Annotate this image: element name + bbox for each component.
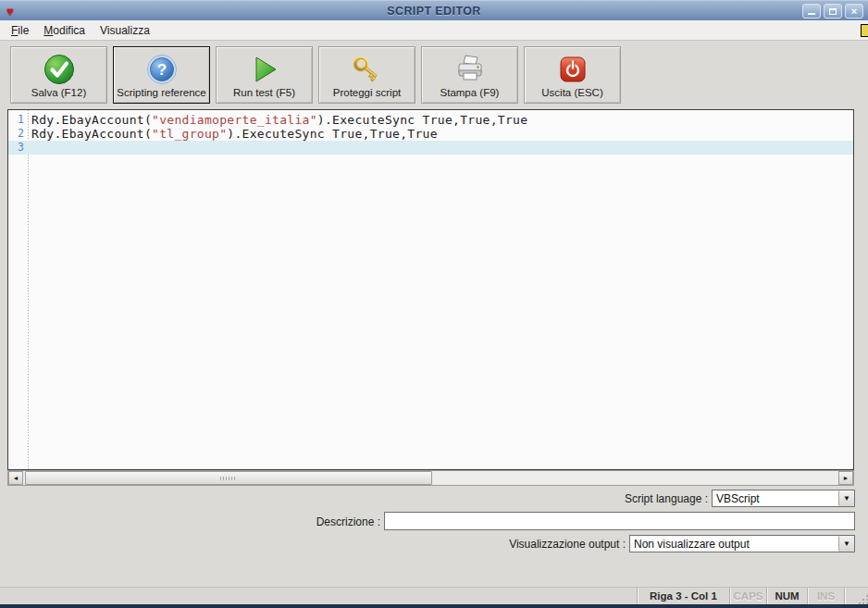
menu-modifica[interactable]: Modifica (36, 22, 93, 39)
titlebar[interactable]: ♥ SCRIPT EDITOR × (0, 0, 868, 20)
protect-script-button[interactable]: Proteggi script (318, 46, 415, 104)
toolbar-button-label: Run test (F5) (233, 87, 295, 98)
output-visualization-select[interactable]: Non visualizzare output ▼ (629, 535, 855, 552)
minimize-button[interactable] (802, 4, 821, 19)
line-text: Rdy.EbayAccount("vendiamoperte_italia").… (28, 113, 527, 127)
line-number: 2 (8, 127, 28, 141)
code-segment-string: "tl_group" (152, 127, 227, 141)
horizontal-scrollbar[interactable]: ◄ ► (7, 470, 854, 486)
scripting-reference-button[interactable]: ? Scripting reference (113, 46, 210, 104)
close-icon: × (851, 6, 857, 17)
code-segment-string: "vendiamoperte_italia" (152, 113, 317, 127)
scroll-left-icon: ◄ (13, 475, 19, 481)
resize-grip-icon (862, 599, 864, 601)
printer-icon (453, 52, 488, 87)
line-text (28, 141, 31, 155)
num-indicator: NUM (766, 588, 807, 604)
window-title: SCRIPT EDITOR (0, 5, 868, 18)
exit-button[interactable]: Uscita (ESC) (524, 46, 621, 104)
red-power-icon (559, 52, 587, 87)
description-input[interactable] (384, 512, 855, 530)
green-check-icon (43, 52, 75, 87)
gold-key-icon (351, 52, 384, 87)
maximize-button[interactable] (824, 4, 842, 19)
svg-text:?: ? (156, 61, 166, 79)
window-bottom-edge (0, 604, 868, 608)
script-language-label: Script language : (625, 492, 708, 505)
green-play-icon (250, 52, 279, 87)
statusbar: Riga 3 - Col 1 CAPS NUM INS (0, 587, 868, 604)
cursor-position: Riga 3 - Col 1 (637, 588, 729, 604)
scrollbar-thumb[interactable] (25, 471, 432, 485)
line-text: Rdy.EbayAccount("tl_group").ExecuteSync … (28, 127, 438, 141)
code-line[interactable]: 1Rdy.EbayAccount("vendiamoperte_italia")… (8, 113, 853, 127)
close-button[interactable]: × (845, 4, 863, 19)
scrollbar-grip-icon (220, 477, 237, 480)
menubar: File Modifica Visualizza (0, 20, 868, 41)
code-line[interactable]: 3 (8, 141, 853, 155)
code-line[interactable]: 2Rdy.EbayAccount("tl_group").ExecuteSync… (8, 127, 853, 141)
line-number: 1 (8, 113, 28, 127)
description-label: Descrizione : (316, 515, 380, 528)
line-number: 3 (8, 141, 28, 155)
menu-visualizza[interactable]: Visualizza (93, 22, 157, 39)
code-editor[interactable]: 1Rdy.EbayAccount("vendiamoperte_italia")… (7, 109, 854, 470)
code-segment-code: Rdy.EbayAccount( (31, 127, 152, 141)
chevron-down-icon[interactable]: ▼ (838, 490, 854, 506)
maximize-icon (829, 8, 837, 15)
save-button[interactable]: Salva (F12) (10, 46, 107, 104)
blue-question-icon: ? (146, 52, 178, 87)
run-test-button[interactable]: Run test (F5) (216, 46, 313, 104)
clipped-edge-icon (861, 24, 868, 37)
code-lines: 1Rdy.EbayAccount("vendiamoperte_italia")… (8, 110, 853, 155)
output-visualization-value: Non visualizzare output (630, 538, 838, 551)
statusbar-main-panel (0, 588, 637, 604)
scrollbar-track[interactable] (23, 471, 838, 485)
menu-file[interactable]: File (4, 22, 36, 39)
toolbar-button-label: Salva (F12) (31, 87, 86, 98)
code-segment-code: ).ExecuteSync True,True,True (227, 127, 438, 141)
script-editor-window: ♥ SCRIPT EDITOR × File Modifica Visualiz… (0, 0, 868, 608)
script-language-value: VBScript (713, 492, 838, 505)
script-language-select[interactable]: VBScript ▼ (712, 490, 855, 507)
scroll-right-icon: ► (843, 475, 849, 481)
scroll-left-button[interactable]: ◄ (8, 471, 23, 485)
toolbar-button-label: Uscita (ESC) (541, 87, 602, 98)
minimize-icon (808, 13, 815, 15)
output-visualization-label: Visualizzazione output : (509, 538, 626, 551)
toolbar-button-label: Stampa (F9) (440, 87, 500, 98)
toolbar: Salva (F12) ? Scripting reference (0, 41, 868, 109)
print-button[interactable]: Stampa (F9) (421, 46, 518, 104)
code-segment-code: ).ExecuteSync True,True,True (317, 113, 528, 127)
caps-indicator: CAPS (729, 588, 766, 604)
toolbar-button-label: Proteggi script (333, 87, 402, 98)
resize-grip[interactable] (844, 588, 868, 604)
code-segment-code: Rdy.EbayAccount( (31, 113, 152, 127)
window-controls: × (802, 4, 863, 19)
toolbar-button-label: Scripting reference (117, 87, 206, 98)
ins-indicator: INS (807, 588, 844, 604)
chevron-down-icon[interactable]: ▼ (838, 536, 854, 552)
scroll-right-button[interactable]: ► (838, 471, 853, 485)
